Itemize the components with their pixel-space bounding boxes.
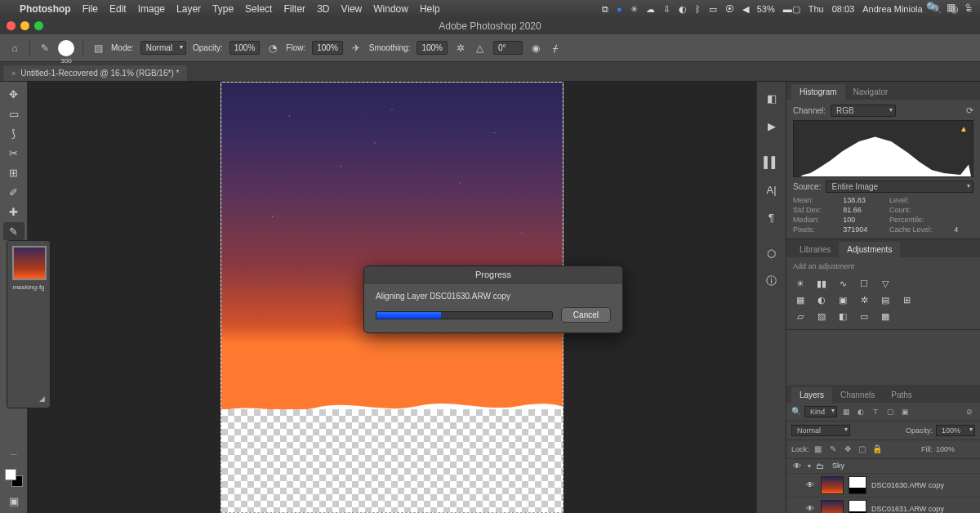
bluetooth-icon[interactable]: ᛒ [695,4,701,14]
photo-filter-icon[interactable]: ▣ [835,293,850,306]
symmetry-icon[interactable]: ᚋ [549,42,562,55]
status-dot-icon[interactable]: ● [617,4,622,14]
app-name[interactable]: Photoshop [20,3,71,15]
threshold-icon[interactable]: ◧ [835,310,850,323]
exposure-icon[interactable]: ☐ [857,277,871,290]
layer-thumb[interactable] [821,476,844,494]
smoothing-gear-icon[interactable]: ✲ [454,42,467,55]
menu-help[interactable]: Help [420,3,440,15]
quickmask-icon[interactable]: ▣ [3,492,24,510]
tab-paths[interactable]: Paths [883,387,920,403]
paragraph-panel-icon[interactable]: ¶ [764,209,780,225]
visibility-icon[interactable]: 👁 [804,504,816,513]
lock-all-icon[interactable]: 🔒 [871,444,883,455]
lock-position-icon[interactable]: ✥ [842,444,853,455]
volume-icon[interactable]: ◀ [742,4,749,15]
selective-color-icon[interactable]: ▩ [878,310,893,323]
fill-value[interactable]: 100% [936,445,975,453]
flow-value[interactable]: 100% [312,41,343,55]
share-icon[interactable]: ⇪ [964,2,972,13]
menu-file[interactable]: File [82,3,98,15]
brush-icon[interactable]: ✎ [3,222,24,240]
bw-icon[interactable]: ◐ [814,293,829,306]
cloud-icon[interactable]: ✳ [630,4,638,15]
layer-name[interactable]: DSC01631.ARW copy [871,505,944,513]
more-adj-icon[interactable]: ⊞ [899,293,914,306]
opacity-value[interactable]: 100% [229,41,261,55]
layer-mask-thumb[interactable] [849,500,866,514]
workspace-icon[interactable]: ▦ [947,2,956,13]
menu-window[interactable]: Window [373,3,408,15]
layer-item[interactable]: 👁 DSC01630.ARW copy [786,474,980,497]
kind-dropdown[interactable]: Kind [804,406,837,417]
color-lookup-icon[interactable]: ▤ [878,293,893,306]
blend-mode-dropdown[interactable]: Normal [791,425,850,436]
brush-panel-icon[interactable]: ▤ [91,42,105,55]
menu-edit[interactable]: Edit [109,3,127,15]
histogram-warn-icon[interactable]: ▲ [960,124,968,133]
lasso-tool-icon[interactable]: ⟆ [3,124,24,142]
doc-panel-grip[interactable]: ◢ [12,395,45,403]
filter-type-icon[interactable]: T [870,406,881,417]
tab-adjustments[interactable]: Adjustments [839,242,900,257]
close-tab-icon[interactable]: × [11,69,16,78]
source-dropdown[interactable]: Entire Image [826,181,973,193]
filter-smart-icon[interactable]: ▣ [899,406,911,417]
doc-thumb[interactable] [12,246,47,280]
layer-thumb[interactable] [821,500,844,514]
brushes-panel-icon[interactable]: ▌▌ [764,154,780,170]
airbrush-icon[interactable]: ✈ [350,42,363,55]
gradient-map-icon[interactable]: ▭ [857,310,871,323]
visibility-icon[interactable]: 👁 [804,480,816,489]
levels-icon[interactable]: ▮▮ [814,277,829,290]
vibrance-icon[interactable]: ▽ [878,277,893,290]
info-panel-icon[interactable]: ⓘ [764,273,780,289]
edit-toolbar-icon[interactable]: ⋯ [3,446,24,464]
visibility-icon[interactable]: 👁 [791,462,803,471]
tab-libraries[interactable]: Libraries [791,242,839,257]
color-panel-icon[interactable]: ◧ [764,90,780,106]
menu-select[interactable]: Select [245,3,272,15]
eyedropper-tool-icon[interactable]: ✐ [3,183,24,201]
filter-toggle-icon[interactable]: ⊘ [964,406,975,417]
frame-tool-icon[interactable]: ⊞ [3,163,24,181]
dropbox-icon[interactable]: ⧉ [602,4,608,15]
lock-artboard-icon[interactable]: ▢ [857,444,868,455]
filter-adj-icon[interactable]: ◐ [855,406,866,417]
marquee-tool-icon[interactable]: ▭ [3,105,24,123]
3d-panel-icon[interactable]: ⬡ [764,245,780,261]
menu-view[interactable]: View [341,3,362,15]
brightness-icon[interactable]: ☀ [793,277,808,290]
user-name[interactable]: Andrea Miniola [862,4,922,14]
filter-shape-icon[interactable]: ▢ [884,406,896,417]
pressure-opacity-icon[interactable]: ◔ [266,42,279,55]
foreground-background-swatch[interactable] [5,469,23,487]
lock-transparent-icon[interactable]: ▦ [813,444,824,455]
search-icon[interactable]: 🔍 [926,2,938,13]
chevron-down-icon[interactable]: ▾ [808,462,811,470]
mode-dropdown[interactable]: Normal [140,41,186,55]
character-panel-icon[interactable]: A| [764,181,780,198]
lock-pixels-icon[interactable]: ✎ [827,444,839,455]
layer-item[interactable]: 👁 DSC01631.ARW copy [786,497,980,514]
download-icon[interactable]: ⇩ [663,4,670,15]
curves-icon[interactable]: ∿ [835,277,850,290]
group-name[interactable]: Sky [832,462,844,470]
hue-icon[interactable]: ▦ [793,293,808,306]
menu-filter[interactable]: Filter [283,3,305,15]
channel-dropdown[interactable]: RGB [831,105,896,117]
display-icon[interactable]: ▭ [709,4,717,15]
traffic-lights[interactable] [0,18,50,33]
tab-layers[interactable]: Layers [791,387,832,403]
swatches-panel-icon[interactable]: ▶ [764,118,780,134]
crop-tool-icon[interactable]: ✂ [3,144,24,162]
cancel-button[interactable]: Cancel [561,307,611,323]
posterize-icon[interactable]: ▨ [814,310,829,323]
layer-opacity-value[interactable]: 100% [936,425,975,436]
move-tool-icon[interactable]: ✥ [3,85,24,103]
channel-mixer-icon[interactable]: ✲ [857,293,871,306]
clock-icon[interactable]: ◐ [679,4,687,15]
tab-navigator[interactable]: Navigator [845,84,897,100]
menu-3d[interactable]: 3D [317,3,329,15]
document-tab[interactable]: × Untitled-1-Recovered @ 16.1% (RGB/16*)… [3,65,187,81]
